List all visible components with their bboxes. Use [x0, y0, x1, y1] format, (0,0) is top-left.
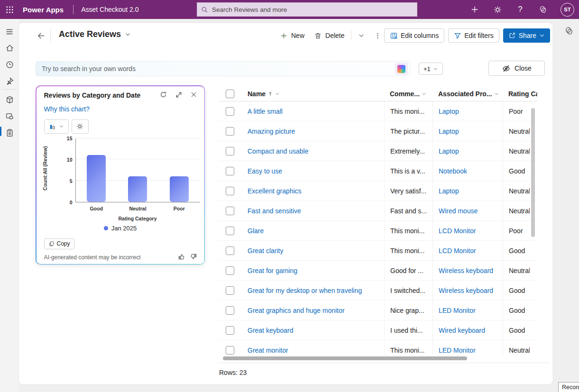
product-link[interactable]: Laptop	[432, 181, 503, 201]
close-search-button[interactable]: Close	[488, 61, 545, 76]
review-name-link[interactable]: Great monitor	[242, 340, 384, 356]
review-name-link[interactable]: Great keyboard	[242, 320, 384, 340]
avatar[interactable]: ST	[561, 3, 574, 17]
edit-filters-button[interactable]: Edit filters	[448, 28, 499, 43]
smart-search-input[interactable]	[42, 65, 395, 73]
bar-good[interactable]	[87, 155, 106, 201]
refresh-icon[interactable]	[159, 90, 168, 100]
product-link[interactable]: Notebook	[432, 161, 503, 181]
review-name-link[interactable]: Amazing picture	[242, 121, 384, 141]
review-name-link[interactable]: Great for my desktop or when traveling	[242, 281, 384, 300]
share-button[interactable]: Share	[503, 28, 550, 43]
table-row[interactable]: A little small This moni... Laptop Poor	[218, 101, 537, 121]
new-plus-icon[interactable]	[469, 4, 480, 15]
row-checkbox[interactable]	[226, 306, 234, 315]
row-checkbox[interactable]	[226, 266, 234, 275]
vertical-scrollbar[interactable]	[531, 108, 535, 237]
review-name-link[interactable]: A little small	[242, 101, 384, 121]
product-link[interactable]: LED Monitor	[432, 301, 503, 320]
chart-settings-button[interactable]	[72, 119, 89, 134]
table-row[interactable]: Great clarity This moni... LCD Monitor G…	[218, 241, 537, 261]
review-name-link[interactable]: Excellent graphics	[242, 181, 384, 201]
global-search-box[interactable]	[197, 2, 417, 17]
command-dropdown-chevron[interactable]	[353, 28, 369, 43]
table-row[interactable]: Great monitor This moni... LED Monitor N…	[218, 340, 537, 356]
global-search-input[interactable]	[212, 6, 413, 13]
back-button[interactable]	[34, 29, 46, 42]
column-header-name[interactable]: Name	[242, 90, 384, 98]
table-row[interactable]: Great graphics and huge monitor Nice gra…	[218, 301, 537, 320]
thumbs-down-icon[interactable]	[190, 253, 198, 261]
bar-poor[interactable]	[170, 176, 189, 202]
row-checkbox[interactable]	[226, 346, 234, 355]
chart-type-dropdown[interactable]	[44, 119, 69, 134]
edit-columns-button[interactable]: Edit columns	[384, 28, 444, 43]
product-link[interactable]: Wired keyboard	[432, 320, 503, 340]
column-header-comment[interactable]: Comme...	[384, 90, 432, 98]
product-link[interactable]: Laptop	[432, 141, 503, 161]
close-icon[interactable]	[189, 90, 199, 100]
table-row[interactable]: Compact and usable Extremely... Laptop N…	[218, 141, 537, 161]
table-row[interactable]: Great for my desktop or when traveling I…	[218, 281, 537, 301]
delete-button[interactable]: Delete	[309, 28, 349, 43]
app-name[interactable]: Power Apps	[23, 6, 64, 14]
copilot-icon[interactable]	[564, 26, 574, 36]
environment-name[interactable]: Asset Checkout 2.0	[81, 6, 138, 13]
why-this-chart-link[interactable]: Why this chart?	[44, 105, 90, 113]
product-link[interactable]: LCD Monitor	[432, 241, 503, 260]
row-checkbox[interactable]	[226, 187, 234, 195]
product-link[interactable]: LED Monitor	[432, 340, 503, 356]
bar-neutral[interactable]	[128, 176, 147, 202]
sidebar-item-apps[interactable]	[0, 92, 19, 107]
review-name-link[interactable]: Compact and usable	[242, 141, 384, 161]
review-name-link[interactable]: Glare	[242, 221, 384, 240]
copy-button[interactable]: Copy	[44, 238, 74, 249]
smart-search-box[interactable]	[36, 61, 410, 76]
product-link[interactable]: Wireless keyboard	[432, 261, 503, 280]
column-header-rating[interactable]: Rating Ca	[503, 90, 537, 98]
hamburger-menu-icon[interactable]	[0, 25, 19, 39]
review-name-link[interactable]: Easy to use	[242, 161, 384, 181]
product-link[interactable]: Laptop	[432, 121, 503, 141]
row-checkbox[interactable]	[226, 326, 234, 335]
sidebar-item-lists[interactable]	[0, 126, 19, 140]
row-checkbox[interactable]	[226, 227, 234, 235]
review-name-link[interactable]: Great for gaming	[242, 261, 384, 280]
product-link[interactable]: LCD Monitor	[432, 221, 503, 240]
review-name-link[interactable]: Great graphics and huge monitor	[242, 301, 384, 320]
waffle-menu-icon[interactable]	[0, 0, 19, 19]
view-selector[interactable]: Active Reviews	[59, 29, 131, 39]
table-row[interactable]: Great for gaming Good for ... Wireless k…	[218, 261, 537, 281]
row-checkbox[interactable]	[226, 127, 234, 136]
product-link[interactable]: Wireless keyboard	[432, 281, 503, 300]
row-checkbox[interactable]	[226, 246, 234, 255]
table-row[interactable]: Excellent graphics Very satisf... Laptop…	[218, 181, 537, 201]
sidebar-item-custom-page[interactable]	[0, 109, 19, 123]
table-row[interactable]: Fast and sensitive Fast and s... Wired m…	[218, 201, 537, 221]
select-all-checkbox[interactable]	[226, 90, 234, 98]
row-checkbox[interactable]	[226, 286, 234, 295]
filter-count-button[interactable]: +1	[419, 63, 443, 75]
sidebar-item-pinned[interactable]	[0, 74, 19, 88]
new-button[interactable]: New	[275, 28, 309, 43]
copilot-search-button[interactable]	[395, 63, 408, 75]
sidebar-item-home[interactable]	[0, 41, 19, 55]
review-name-link[interactable]: Fast and sensitive	[242, 201, 384, 220]
help-icon[interactable]: ?	[515, 4, 525, 15]
review-name-link[interactable]: Great clarity	[242, 241, 384, 260]
product-link[interactable]: Wired mouse	[432, 201, 503, 220]
row-checkbox[interactable]	[226, 147, 234, 155]
table-row[interactable]: Amazing picture The pictur... Laptop Neu…	[218, 121, 537, 141]
expand-icon[interactable]	[174, 90, 184, 100]
table-row[interactable]: Glare This moni... LCD Monitor Poor	[218, 221, 537, 241]
row-checkbox[interactable]	[226, 107, 234, 116]
column-header-product[interactable]: Associated Pro...	[432, 90, 503, 98]
table-row[interactable]: Easy to use This is a v... Notebook Good	[218, 161, 537, 181]
product-link[interactable]: Laptop	[432, 101, 503, 121]
settings-gear-icon[interactable]	[492, 4, 503, 15]
copilot-icon[interactable]	[538, 4, 548, 15]
table-row[interactable]: Great keyboard I used thi... Wired keybo…	[218, 320, 537, 340]
horizontal-scrollbar[interactable]	[223, 356, 467, 360]
row-checkbox[interactable]	[226, 167, 234, 175]
sidebar-item-recent[interactable]	[0, 57, 19, 72]
